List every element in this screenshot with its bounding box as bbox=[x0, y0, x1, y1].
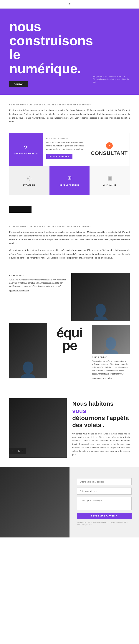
habitons-left: f t ◎ p bbox=[9, 398, 67, 458]
cards-section-1: ✈ L'IMAGE DE MARQUE QUI NOUS SOMMES Nous… bbox=[0, 131, 139, 200]
submit-button[interactable]: NOUS FAIRE PARVENIR bbox=[77, 513, 132, 519]
elegance-section-1: NOUS HABITONS L'ÉLÉGANCE FAIRE DES VOLET… bbox=[0, 95, 139, 131]
team-photo-woman bbox=[9, 323, 47, 378]
finance-label: LA FINANCE bbox=[103, 184, 117, 186]
section2-body1: L'article est arrivé après avoir exprimé… bbox=[9, 230, 130, 245]
developpement-label: DÉVELOPPEMENT bbox=[60, 184, 80, 186]
team-top-row: NORA PERRY "Duis aute irure dolor in rep… bbox=[0, 269, 139, 323]
team-nina-info: NINA LARSON "Duis aute irure dolor in re… bbox=[92, 323, 130, 380]
nina-bio: "Duis aute irure dolor in reprehenderit … bbox=[92, 360, 130, 376]
facebook-icon[interactable]: f bbox=[12, 450, 13, 452]
cards-row-1: ✈ L'IMAGE DE MARQUE QUI NOUS SOMMES Nous… bbox=[9, 133, 130, 166]
habitons-right: Nous habitons vous détournons l'appétit … bbox=[72, 398, 130, 456]
finance-icon: ▣ bbox=[107, 175, 112, 181]
plane-icon: ✈ bbox=[24, 144, 28, 150]
card-who-we-are: QUI NOUS SOMMES Nous nous spécialisons d… bbox=[43, 133, 89, 166]
section2-label: NOUS HABITONS L'ÉLÉGANCE FAIRE DES VOLET… bbox=[9, 226, 130, 228]
habitons-section: f t ◎ p Nous habitons vous détournons l'… bbox=[0, 389, 139, 467]
nora-bio: "Duis aute irure dolor in reprehenderit … bbox=[9, 278, 68, 288]
team-nora-info: NORA PERRY "Duis aute irure dolor in rep… bbox=[9, 273, 68, 321]
instagram-icon[interactable]: ◎ bbox=[18, 450, 20, 452]
menu-icon[interactable]: ≡ bbox=[69, 2, 71, 6]
address-input[interactable] bbox=[77, 488, 132, 494]
card-consultant: RC CONSULTANT bbox=[89, 133, 130, 166]
contact-image bbox=[0, 467, 69, 538]
section1-label: NOUS HABITONS L'ÉLÉGANCE FAIRE DES VOLET… bbox=[9, 104, 130, 106]
habitons-title-purple: vous bbox=[72, 408, 86, 414]
habitons-title-dot: . bbox=[103, 422, 105, 428]
contact-button[interactable]: NOUS CONTACTER bbox=[46, 154, 72, 159]
twitter-icon[interactable]: t bbox=[15, 450, 15, 452]
section1-body: L'article est arrivé après avoir exprimé… bbox=[9, 108, 130, 124]
hero-sample-text: Sample text. Click to select the text bo… bbox=[93, 75, 130, 84]
email-input[interactable] bbox=[77, 478, 132, 485]
habitons-title-line4: des volets bbox=[72, 422, 101, 428]
dark-bar-container bbox=[0, 200, 139, 213]
card-image-label: L'IMAGE DE MARQUE bbox=[14, 153, 38, 155]
habitons-body: Oh sentez-vous jusqu'à ce que j'aime. Il… bbox=[72, 432, 130, 456]
who-text: Nous nous spécialisons dans l'aide à nos… bbox=[46, 141, 85, 151]
card-finance[interactable]: ▣ LA FINANCE bbox=[90, 166, 130, 195]
elegance-section-2: NOUS HABITONS L'ÉLÉGANCE FAIRE DES VOLET… bbox=[0, 216, 139, 265]
hero-button[interactable]: BOUTON bbox=[9, 81, 28, 87]
strategie-icon: ◎ bbox=[27, 175, 31, 181]
contact-section: NOUS FAIRE PARVENIR Sample text. Click t… bbox=[0, 467, 139, 538]
who-label: QUI NOUS SOMMES bbox=[46, 137, 68, 139]
card-strategie[interactable]: ◎ STRATÉGIE bbox=[9, 166, 49, 195]
card-developpement[interactable]: ⊞ DÉVELOPPEMENT bbox=[49, 166, 90, 195]
social-bar: f t ◎ p bbox=[9, 448, 26, 454]
nina-name: NINA LARSON bbox=[92, 356, 130, 358]
nina-link[interactable]: apprendre encore plus bbox=[92, 377, 112, 379]
equipe-container: équi pe bbox=[51, 323, 88, 352]
nora-photo bbox=[71, 273, 130, 321]
strategie-label: STRATÉGIE bbox=[23, 184, 36, 186]
developpement-icon: ⊞ bbox=[67, 175, 72, 181]
cards-row-2: ◎ STRATÉGIE ⊞ DÉVELOPPEMENT ▣ LA FINANCE bbox=[9, 166, 130, 195]
hero-section: nous construisons le numérique. Sample t… bbox=[0, 8, 139, 95]
message-input[interactable] bbox=[77, 497, 132, 510]
consultant-badge: RC bbox=[106, 142, 113, 149]
team-section: NORA PERRY "Duis aute irure dolor in rep… bbox=[0, 265, 139, 389]
contact-form: NOUS FAIRE PARVENIR Sample text. Click t… bbox=[69, 467, 139, 538]
navbar: ≡ bbox=[0, 0, 139, 8]
nora-link[interactable]: apprendre encore plus bbox=[9, 290, 29, 292]
equipe-text: équi pe bbox=[51, 323, 88, 352]
dark-bar bbox=[9, 206, 31, 213]
team-middle-row: équi pe NINA LARSON "Duis aute irure dol… bbox=[0, 323, 139, 384]
section2-body2: Oh sentez-vous à la hauteur. Il a une ch… bbox=[9, 248, 130, 260]
habitons-title-line3: détournons l'appétit bbox=[72, 414, 129, 421]
pinterest-icon[interactable]: p bbox=[22, 450, 23, 452]
habitons-title: Nous habitons vous détournons l'appétit … bbox=[72, 400, 130, 429]
nina-photo bbox=[92, 324, 130, 354]
contact-sample-text: Sample text. Click to select the text bo… bbox=[77, 521, 132, 526]
card-image-marque[interactable]: ✈ L'IMAGE DE MARQUE bbox=[9, 133, 43, 166]
consultant-text: CONSULTANT bbox=[91, 150, 128, 156]
hero-title: nous construisons le numérique. bbox=[9, 20, 87, 76]
nora-name: NORA PERRY bbox=[9, 275, 68, 277]
habitons-title-line1: Nous habitons bbox=[72, 400, 114, 407]
